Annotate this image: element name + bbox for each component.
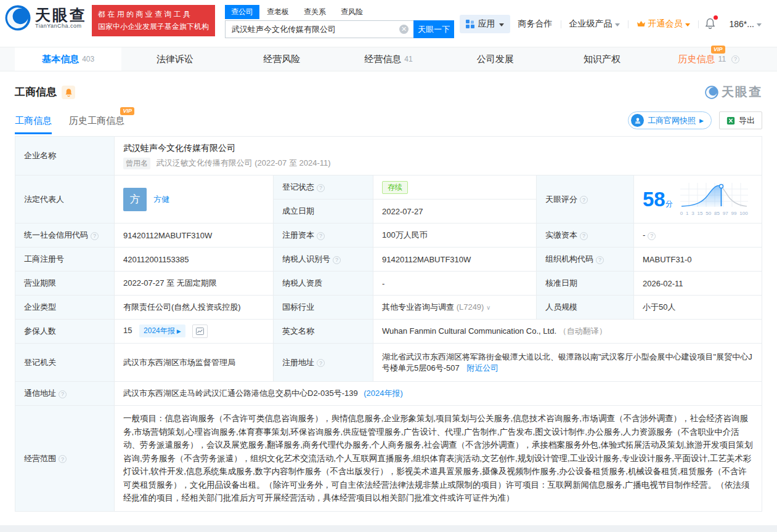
table-row: 登记机关 武汉市东西湖区市场监督管理局 注册地址? 湖北省武汉市东西湖区将军路街…: [15, 344, 762, 382]
help-icon[interactable]: ?: [317, 232, 325, 240]
arrow-right-icon: ▶: [699, 118, 704, 124]
search-tab-relation[interactable]: 查关系: [296, 5, 333, 19]
tab-legal-litigation[interactable]: 法律诉讼: [121, 47, 228, 71]
table-row: 统一社会信用代码? 91420112MABUTF310W 注册资本? 100万人…: [15, 224, 762, 248]
tab-history-info[interactable]: 历史信息 VIP 11 ?: [656, 47, 762, 71]
help-icon[interactable]: ?: [580, 232, 588, 240]
legal-rep-link[interactable]: 方健: [153, 194, 169, 205]
score-distribution-chart: 0131550859799100: [680, 183, 748, 216]
clear-search-icon[interactable]: ✕: [399, 25, 409, 34]
help-icon[interactable]: ?: [59, 455, 67, 463]
help-icon[interactable]: ?: [317, 184, 325, 192]
subscribe-bell-button[interactable]: [62, 86, 75, 99]
tianyancha-logo[interactable]: 天眼查 TianYanCha.com: [5, 5, 87, 31]
vip-badge: VIP: [711, 46, 725, 54]
chevron-down-icon: [499, 23, 504, 26]
industry-code: (L7249): [457, 302, 484, 312]
search-tab-boss[interactable]: 查老板: [259, 5, 296, 19]
reg-number-label: 工商注册号: [15, 248, 115, 272]
help-icon[interactable]: ?: [596, 256, 604, 264]
nearby-companies-link[interactable]: 附近公司: [466, 363, 498, 373]
mail-address-value: 武汉市东西湖区走马岭武汉汇通公路港信息交易中心D2-035号-139 (2024…: [115, 382, 762, 406]
legal-rep-label: 法定代表人: [15, 175, 115, 224]
account-menu[interactable]: 186*...: [722, 19, 770, 29]
help-icon[interactable]: ?: [333, 256, 341, 264]
search-button[interactable]: 天眼一下: [413, 20, 454, 38]
tab-label: 法律诉讼: [157, 54, 193, 65]
avatar[interactable]: 方: [123, 188, 147, 211]
industry-value[interactable]: 其他专业咨询与调查 (L7249) ∨: [373, 296, 537, 320]
org-code-value: MABUTF31-0: [634, 248, 762, 272]
tab-intellectual-property[interactable]: 知识产权: [548, 47, 655, 71]
taxpayer-quality-label: 纳税人资质: [274, 272, 373, 296]
org-code-label: 组织机构代码?: [537, 248, 634, 272]
help-icon[interactable]: ?: [731, 55, 739, 63]
nav-enterprise-products[interactable]: 企业级产品: [561, 18, 628, 30]
company-tabbar: 基本信息 403 法律诉讼 经营风险 经营信息 41 公司发展 知识产权 历史信…: [0, 47, 777, 71]
tab-operation-risk[interactable]: 经营风险: [229, 47, 335, 71]
paid-capital-value: -?: [634, 224, 762, 248]
tab-basic-info[interactable]: 基本信息 403: [15, 47, 121, 71]
table-row: 营业期限 2022-07-27 至 无固定期限 纳税人资质 - 核准日期 202…: [15, 272, 762, 296]
help-icon[interactable]: ?: [580, 196, 588, 204]
arrow-right-icon: ▶: [177, 328, 181, 334]
help-icon[interactable]: ?: [317, 359, 325, 367]
official-snapshot-button[interactable]: 工商官网快照 ▶: [628, 111, 712, 129]
tianyan-score[interactable]: 58分: [643, 183, 753, 216]
industry-name: 其他专业咨询与调查: [382, 302, 454, 312]
subtab-business-info[interactable]: 工商信息: [15, 115, 52, 134]
help-icon[interactable]: ?: [648, 232, 656, 240]
taxpayer-id-value: 91420112MABUTF310W: [373, 248, 537, 272]
paid-capital-label: 实缴资本?: [537, 224, 634, 248]
help-icon[interactable]: ?: [59, 390, 67, 398]
apps-label: 应用: [478, 18, 495, 30]
staff-size-label: 人员规模: [537, 296, 634, 320]
stamp-icon: [631, 114, 644, 127]
vip-label: 开通会员: [648, 18, 683, 30]
company-name-value: 武汉蛙声今文化传媒有限公司: [123, 143, 753, 154]
annual-report-link[interactable]: 2024年报▶: [139, 324, 185, 337]
reg-capital-value: 100万人民币: [373, 224, 537, 248]
watermark-text: 天眼查: [722, 84, 762, 100]
enterprise-label: 企业级产品: [569, 18, 612, 30]
english-name-value: Wuhan Fanmin Cultural Communication Co.,…: [373, 320, 762, 344]
former-name-tag: 曾用名: [123, 158, 150, 169]
trend-chart-button[interactable]: [192, 324, 208, 338]
tab-operation-info[interactable]: 经营信息 41: [335, 47, 442, 71]
search-tab-company[interactable]: 查公司: [225, 5, 259, 19]
business-info-section: 工商信息 天眼查 工商信息 历史工商信息 VIP: [0, 71, 777, 512]
insured-count-value: 15 2024年报▶: [115, 320, 274, 344]
approval-date-value: 2026-02-11: [634, 272, 762, 296]
annual-report-note-link[interactable]: (2024年报): [364, 389, 403, 398]
search-tab-risk[interactable]: 查风险: [333, 5, 370, 19]
reg-status-label: 登记状态?: [274, 175, 373, 200]
score-unit: 分: [665, 200, 673, 208]
help-icon[interactable]: ?: [91, 232, 99, 240]
chevron-down-icon: [615, 23, 620, 26]
nav-open-vip[interactable]: 开通会员: [629, 18, 698, 30]
reg-address-text: 湖北省武汉市东西湖区将军路街金银潭大道以北、银潭路以南"武汉客厅小型会展中心建设…: [382, 352, 752, 373]
staff-size-value: 小于50人: [634, 296, 762, 320]
bell-icon: [65, 88, 73, 97]
company-type-value: 有限责任公司(自然人投资或控股): [115, 296, 274, 320]
export-button[interactable]: 导出: [719, 111, 762, 129]
score-label: 天眼评分?: [537, 175, 634, 224]
logo-domain: TianYanCha.com: [35, 23, 87, 29]
promo-banner: 都 在 用 的 商 业 查 询 工 具 国家中小企业发展子基金旗下机构: [92, 5, 215, 36]
english-name: Wuhan Fanmin Cultural Communication Co.,…: [382, 326, 556, 336]
apps-menu-button[interactable]: 应用: [460, 15, 510, 33]
reg-address-label: 注册地址?: [274, 344, 373, 382]
subtab-history-business-info[interactable]: 历史工商信息 VIP: [69, 115, 124, 134]
notifications-button[interactable]: [699, 18, 722, 31]
vip-badge: VIP: [120, 107, 134, 115]
table-row: 通信地址? 武汉市东西湖区走马岭武汉汇通公路港信息交易中心D2-035号-139…: [15, 382, 762, 406]
chevron-down-icon[interactable]: ∨: [486, 304, 490, 311]
nav-business-cooperation[interactable]: 商务合作: [510, 18, 561, 30]
tab-company-development[interactable]: 公司发展: [442, 47, 548, 71]
top-nav: 应用 商务合作 企业级产品 开通会员 186*...: [460, 5, 770, 33]
section-title: 工商信息: [15, 85, 57, 99]
apps-grid-icon: [466, 20, 474, 28]
table-row: 法定代表人 方 方健 登记状态? 存续 天眼评分? 58分: [15, 175, 762, 200]
search-input[interactable]: [225, 20, 413, 38]
table-row: 工商注册号 420112001153385 纳税人识别号? 91420112MA…: [15, 248, 762, 272]
